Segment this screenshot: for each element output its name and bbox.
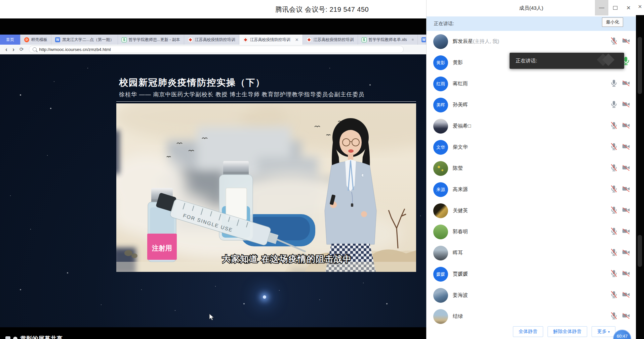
mic-icon[interactable]	[610, 311, 618, 321]
scrollbar-thumb[interactable]	[638, 235, 642, 267]
member-row[interactable]: 辉发辰星(主持人, 我)	[427, 31, 636, 52]
camera-icon[interactable]	[621, 269, 631, 279]
back-button[interactable]: ‹	[5, 46, 7, 52]
camera-icon[interactable]	[621, 142, 631, 152]
member-row[interactable]: 来源 高来源	[427, 179, 636, 200]
browser-tab[interactable]: S 哲学学院教师思...更新 - 副本	[118, 35, 184, 45]
tab-modified-dot	[412, 39, 414, 41]
watermark-icons	[602, 55, 613, 64]
camera-icon[interactable]	[621, 290, 631, 300]
member-row[interactable]: 陈莹	[427, 158, 636, 179]
stars-decoration	[0, 54, 1, 55]
address-url: http://wmooc.icourses.cn/zmzb4.html	[39, 47, 111, 52]
browser-tab[interactable]: S 哲学学院教师名单.xls	[358, 35, 418, 45]
scrollbar-thumb[interactable]	[638, 37, 642, 94]
mic-icon[interactable]	[610, 121, 618, 131]
member-name: 结绿	[453, 313, 605, 320]
member-avatar	[433, 309, 448, 324]
reload-button[interactable]: ⟳	[19, 46, 24, 52]
mic-icon[interactable]	[610, 290, 618, 300]
tab-close-icon[interactable]: ✕	[295, 37, 299, 42]
member-row[interactable]: 美晖 孙美晖	[427, 94, 636, 115]
mic-icon[interactable]	[610, 142, 618, 152]
member-row[interactable]: 晖耳	[427, 242, 636, 263]
member-avatar: 美晖	[433, 98, 448, 112]
camera-icon[interactable]	[621, 121, 631, 131]
tab-label: 江苏高校疫情防控培训	[250, 37, 290, 43]
divider-line	[116, 101, 416, 102]
member-row[interactable]: 结绿	[427, 306, 636, 324]
browser-tab[interactable]: 江苏高校疫情防控培训 ✕	[239, 35, 303, 45]
mic-icon[interactable]	[610, 185, 618, 194]
member-avatar	[433, 225, 448, 239]
unmute-all-button[interactable]: 解除全体静音	[548, 326, 587, 337]
underlying-close-icon[interactable]: ✕	[636, 0, 644, 15]
member-name: 郭春明	[453, 229, 605, 235]
member-list[interactable]: 辉发辰星(主持人, 我) 黄影 黄影 红雨 蒋红雨 美晖 孙美晖 爱福希□	[427, 31, 636, 324]
mic-icon[interactable]	[610, 248, 618, 258]
browser-tab[interactable]: W 黑龙江大学二...点（第一期）	[51, 35, 118, 45]
browser-tab[interactable]: D 稻壳模板	[21, 35, 51, 45]
member-name: 关健英	[453, 207, 605, 214]
members-panel: 成员(43人) — ✕ 最小化 正在讲话: 辉发辰星(主持人, 我) 黄影 黄影…	[426, 0, 636, 339]
browser-tab[interactable]: W 20	[418, 35, 426, 45]
mouse-cursor	[209, 313, 215, 321]
address-bar[interactable]: http://wmooc.icourses.cn/zmzb4.html	[29, 46, 404, 53]
speaking-toast-label: 正在讲话:	[516, 58, 537, 64]
camera-icon[interactable]	[621, 206, 631, 215]
search-icon	[33, 47, 37, 51]
member-row[interactable]: 红雨 蒋红雨	[427, 73, 636, 94]
forward-button[interactable]: ›	[12, 46, 14, 52]
tab-label: 黑龙江大学二...点（第一期）	[62, 37, 114, 43]
member-avatar	[433, 246, 448, 260]
member-name: 蒋红雨	[453, 81, 605, 87]
camera-icon[interactable]	[621, 100, 631, 110]
browser-tab[interactable]: 江苏高校疫情防控培训	[184, 35, 239, 45]
mic-icon[interactable]	[610, 163, 618, 173]
member-row[interactable]: 爱福希□	[427, 115, 636, 137]
camera-icon[interactable]	[621, 163, 631, 173]
maximize-button[interactable]	[608, 0, 622, 15]
close-button[interactable]: ✕	[622, 0, 635, 15]
member-row[interactable]: 文华 柴文华	[427, 137, 636, 158]
more-button[interactable]: 更多▾	[592, 326, 615, 337]
mic-icon[interactable]	[610, 206, 618, 215]
member-row[interactable]: 姜海波	[427, 285, 636, 306]
member-row[interactable]: 媛媛 贾媛媛	[427, 263, 636, 285]
member-avatar	[433, 288, 448, 303]
members-panel-footer: 全体静音 解除全体静音 更多▾	[427, 324, 636, 339]
member-row[interactable]: 关健英	[427, 200, 636, 221]
lecture-byline: 徐桂华 —— 南京中医药大学副校长 教授 博士生导师 教育部护理教学指导委员会副…	[119, 91, 365, 98]
camera-icon[interactable]	[621, 248, 631, 258]
browser-tab[interactable]: 首页	[0, 35, 21, 45]
mic-icon[interactable]	[610, 269, 618, 279]
member-avatar	[433, 119, 448, 134]
tab-label: 稻壳模板	[31, 37, 47, 43]
video-subtitle: 大家知道 在这场疫情的阻击战中	[222, 254, 352, 263]
browser-tab-bar: 首页 D 稻壳模板 W 黑龙江大学二...点（第一期） S 哲学学院教师思...…	[0, 35, 426, 45]
member-avatar: 黄影	[433, 55, 448, 70]
member-name: 柴文华	[453, 144, 605, 150]
camera-icon[interactable]	[621, 311, 631, 321]
desktop-edge-strip: ✕	[636, 0, 644, 339]
member-name: 陈莹	[453, 165, 605, 172]
mute-all-button[interactable]: 全体静音	[513, 326, 543, 337]
camera-icon[interactable]	[621, 79, 631, 89]
member-name: 高来源	[453, 186, 605, 193]
members-panel-title: 成员(43人)	[519, 5, 544, 11]
tab-label: 江苏高校疫情防控培训	[314, 37, 354, 43]
mic-icon[interactable]	[610, 79, 618, 89]
tab-favicon: S	[362, 37, 367, 42]
browser-tab[interactable]: 江苏高校疫情防控培训	[303, 35, 358, 45]
mic-icon[interactable]	[610, 100, 618, 110]
member-row[interactable]: 郭春明	[427, 221, 636, 242]
member-name: 晖耳	[453, 250, 605, 256]
share-owner-label: 黄影的屏幕共享	[20, 335, 63, 339]
camera-icon[interactable]	[621, 37, 631, 46]
camera-icon[interactable]	[621, 227, 631, 237]
camera-icon[interactable]	[621, 185, 631, 194]
mic-icon[interactable]	[610, 37, 618, 46]
member-avatar	[433, 34, 448, 49]
minimize-button[interactable]: —	[595, 0, 608, 15]
mic-icon[interactable]	[610, 227, 618, 237]
